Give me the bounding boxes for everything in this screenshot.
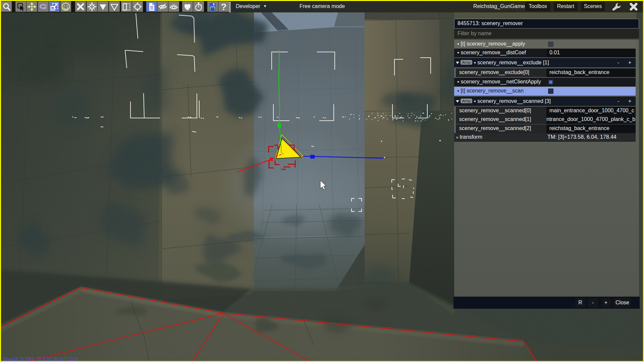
svg-text:?: ? bbox=[221, 2, 226, 11]
